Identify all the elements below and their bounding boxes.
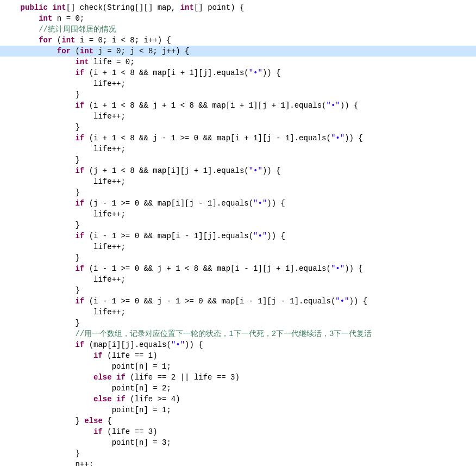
code-line: if (map[i][j].equals("•")) {	[0, 339, 476, 350]
code-line: else if (life >= 4)	[0, 394, 476, 405]
code-line: if (life == 3)	[0, 426, 476, 437]
code-editor: public int[] check(String[][] map, int[]…	[0, 0, 476, 466]
code-line: life++;	[0, 144, 476, 154]
code-line: point[n] = 1;	[0, 361, 476, 372]
code-line: }	[0, 187, 476, 198]
code-line: if (i + 1 < 8 && j + 1 < 8 && map[i + 1]…	[0, 100, 476, 111]
code-line: if (i - 1 >= 0 && j - 1 >= 0 && map[i - …	[0, 296, 476, 307]
code-line: if (j + 1 < 8 && map[i][j + 1].equals("•…	[0, 165, 476, 176]
code-line: }	[0, 122, 476, 133]
code-line: else if (life == 2 || life == 3)	[0, 372, 476, 383]
code-line: }	[0, 154, 476, 165]
code-line: int life = 0;	[0, 57, 476, 67]
code-line: }	[0, 220, 476, 231]
code-line: }	[0, 448, 476, 459]
code-line: life++;	[0, 274, 476, 285]
code-line: if (i + 1 < 8 && map[i + 1][j].equals("•…	[0, 67, 476, 78]
code-line: }	[0, 285, 476, 296]
code-line: life++;	[0, 176, 476, 187]
code-line: point[n] = 3;	[0, 437, 476, 448]
code-line: if (i - 1 >= 0 && j + 1 < 8 && map[i - 1…	[0, 263, 476, 274]
code-line: for (int i = 0; i < 8; i++) {	[0, 35, 476, 46]
code-line: n++;	[0, 459, 476, 466]
code-line: public int[] check(String[][] map, int[]…	[0, 2, 476, 13]
code-line: //用一个数组，记录对应位置下一轮的状态，1下一代死，2下一代继续活，3下一代复…	[0, 328, 476, 339]
code-line: for (int j = 0; j < 8; j++) {	[0, 46, 476, 57]
code-line: point[n] = 2;	[0, 383, 476, 394]
code-line: if (i - 1 >= 0 && map[i - 1][j].equals("…	[0, 231, 476, 241]
code-line: point[n] = 1;	[0, 405, 476, 415]
code-line: }	[0, 89, 476, 100]
code-line: if (life == 1)	[0, 350, 476, 361]
code-line: if (i + 1 < 8 && j - 1 >= 0 && map[i + 1…	[0, 133, 476, 144]
code-line: life++;	[0, 78, 476, 89]
code-line: life++;	[0, 241, 476, 252]
code-line: if (j - 1 >= 0 && map[i][j - 1].equals("…	[0, 198, 476, 209]
code-line: int n = 0;	[0, 13, 476, 24]
code-line: //统计周围邻居的情况	[0, 24, 476, 35]
code-line: life++;	[0, 307, 476, 318]
code-line: }	[0, 318, 476, 328]
code-line: life++;	[0, 111, 476, 122]
code-line: }	[0, 252, 476, 263]
code-line: } else {	[0, 415, 476, 426]
code-line: life++;	[0, 209, 476, 220]
